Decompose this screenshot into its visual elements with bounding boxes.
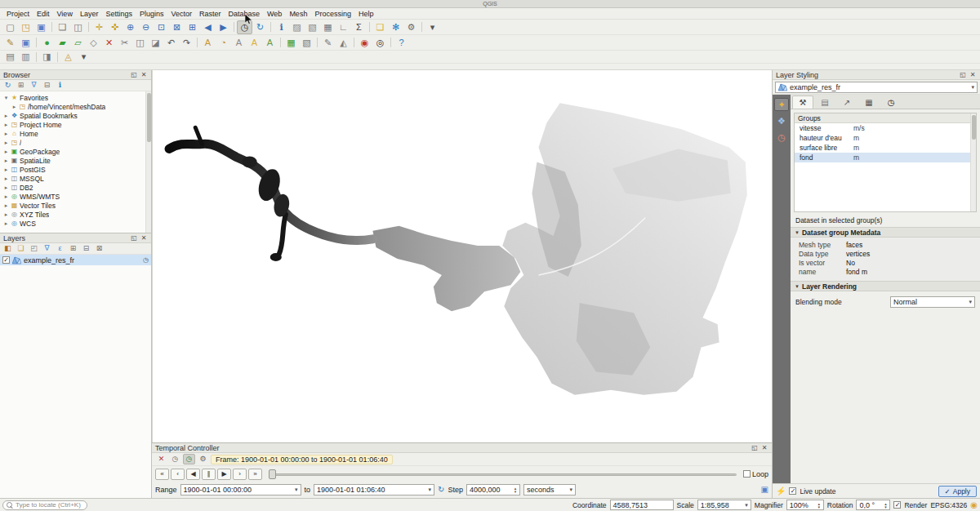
metadata-section-header[interactable]: ▼ Dataset group Metadata (791, 227, 980, 238)
browser-item-favorites[interactable]: ▾ ★ Favorites (0, 93, 151, 102)
temporal-layer-indicator-icon[interactable]: ◷ (143, 256, 149, 264)
move-label-icon[interactable]: A (262, 36, 278, 50)
pan-to-selection-icon[interactable]: ✜ (107, 20, 122, 34)
menu-item[interactable]: Processing (311, 9, 354, 19)
close-panel-icon[interactable]: ✕ (140, 234, 148, 242)
python-console-icon[interactable]: ⚙ (403, 20, 419, 34)
zoom-in-icon[interactable]: ⊕ (122, 20, 138, 34)
branch-expander-icon[interactable]: ▸ (3, 202, 9, 209)
save-project-icon[interactable]: ▣ (33, 20, 49, 34)
groups-scrollbar[interactable] (970, 113, 976, 211)
new-layout-icon[interactable]: ❏ (55, 20, 70, 34)
add-line-icon[interactable]: ▰ (55, 36, 70, 50)
georeferencer-icon[interactable]: ◨ (39, 50, 55, 64)
mesh-calculator-icon[interactable]: ▤ (2, 50, 18, 64)
identify-features-icon[interactable]: ℹ (274, 20, 289, 34)
redo-icon[interactable]: ↷ (179, 36, 194, 50)
fixed-range-icon[interactable]: ◷ (169, 454, 181, 464)
topology-checker-icon[interactable]: ◬ (60, 50, 76, 64)
select-features-icon[interactable]: ▨ (289, 20, 305, 34)
browser-item-spatial-bookmarks[interactable]: ▸ ❖ Spatial Bookmarks (0, 111, 151, 120)
close-panel-icon[interactable]: ✕ (140, 71, 148, 79)
filter-expression-icon[interactable]: ε (54, 243, 66, 254)
browser-item-mssql[interactable]: ▸ ◫ MSSQL (0, 174, 151, 183)
processing-toolbox-icon[interactable]: ✻ (388, 20, 403, 34)
undo-icon[interactable]: ↶ (163, 36, 179, 50)
osm-place-search-icon[interactable]: ◉ (357, 36, 372, 50)
menu-item[interactable]: Settings (102, 9, 136, 19)
data-source-manager-icon[interactable]: ◎ (372, 36, 388, 50)
map-canvas[interactable] (152, 70, 772, 442)
pause-button[interactable]: ∥ (202, 469, 216, 480)
range-start-input[interactable]: 1900-01-01 00:00:00 ▾ (180, 484, 301, 495)
branch-expander-icon[interactable]: ▸ (3, 167, 9, 173)
manage-map-themes-icon[interactable]: ◰ (28, 243, 40, 254)
help-icon[interactable]: ? (394, 36, 409, 50)
render-checkbox[interactable]: ✓ (893, 501, 901, 509)
branch-expander-icon[interactable]: ▸ (3, 131, 9, 137)
new-project-icon[interactable]: ▢ (2, 20, 18, 34)
mesh-digitizing-icon[interactable]: ▦ (283, 36, 299, 50)
step-spinbox[interactable]: 4000,000 ▴ ▾ (466, 484, 520, 495)
float-panel-icon[interactable]: ◱ (751, 444, 759, 452)
browser-item-project-home[interactable]: ▸ ◳ Project Home (0, 120, 151, 129)
zoom-to-layer-icon[interactable]: ⊞ (185, 20, 200, 34)
messages-icon[interactable]: ◉ (970, 501, 978, 509)
highlight-labels-icon[interactable]: A (247, 36, 262, 50)
apply-button[interactable]: ✓ Apply (938, 486, 977, 497)
zoom-full-icon[interactable]: ⊡ (154, 20, 169, 34)
next-frame-button[interactable]: › (233, 469, 247, 480)
browser-scrollbar[interactable] (145, 91, 151, 233)
layer-rendering-section-header[interactable]: ▼ Layer Rendering (791, 281, 980, 291)
browser-item-root[interactable]: ▸ ◳ / (0, 138, 151, 147)
dropdown-arrow-icon[interactable]: ▾ (76, 50, 91, 64)
branch-expander-icon[interactable]: ▸ (3, 122, 9, 128)
symbology-tab-icon[interactable]: ✦ (774, 98, 789, 111)
zoom-out-icon[interactable]: ⊖ (138, 20, 154, 34)
temporal-slider-handle[interactable] (269, 469, 276, 479)
properties-widget-icon[interactable]: ℹ (54, 80, 66, 91)
branch-expander-icon[interactable]: ▸ (3, 211, 9, 218)
refresh-range-icon[interactable]: ↻ (438, 486, 444, 494)
menu-item[interactable]: Web (264, 9, 285, 19)
browser-item-xyz-tiles[interactable]: ▸ ◎ XYZ Tiles (0, 210, 151, 219)
blending-mode-combo[interactable]: Normal ▾ (890, 296, 975, 308)
close-panel-icon[interactable]: ✕ (969, 71, 977, 79)
dataset-group-row[interactable]: hauteur d'eau m (795, 133, 976, 143)
measure-icon[interactable]: ∟ (336, 20, 351, 34)
transparency-tab-icon[interactable]: ❖ (774, 114, 789, 127)
browser-item-home[interactable]: ▸ ⌂ Home (0, 129, 151, 138)
menu-item[interactable]: Project (3, 9, 33, 19)
mesh-reindex-icon[interactable]: ▥ (18, 50, 33, 64)
magnifier-spinbox[interactable]: 100% ▴ ▾ (786, 500, 824, 510)
open-project-icon[interactable]: ◳ (18, 20, 33, 34)
refresh-map-icon[interactable]: ↻ (252, 20, 268, 34)
branch-expander-icon[interactable]: ▸ (11, 104, 17, 110)
menu-item[interactable]: Layer (77, 9, 102, 19)
menu-item[interactable]: Plugins (136, 9, 167, 19)
contours-tab[interactable]: ▤ (814, 96, 835, 109)
menu-item[interactable]: Mesh (286, 9, 310, 19)
layer-diagram-icon[interactable]: ◔ (216, 36, 231, 50)
collapse-all-icon[interactable]: ⊟ (80, 243, 92, 254)
text-annotation-icon[interactable]: ✎ (320, 36, 336, 50)
branch-expander-icon[interactable]: ▸ (3, 193, 9, 200)
temporal-settings-icon[interactable]: ⚙ (197, 454, 209, 464)
range-end-input[interactable]: 1900-01-01 01:06:40 ▾ (314, 484, 434, 495)
menu-item[interactable]: Raster (196, 9, 225, 19)
filter-legend-icon[interactable]: ∇ (41, 243, 53, 254)
previous-frame-button[interactable]: ‹ (171, 469, 185, 480)
averaging-tab[interactable]: ◷ (880, 96, 902, 109)
scale-combo[interactable]: 1:85,958 ▾ (697, 500, 751, 510)
zoom-to-selection-icon[interactable]: ⊠ (169, 20, 185, 34)
skip-to-start-button[interactable]: « (155, 469, 169, 480)
branch-expander-icon[interactable]: ▸ (3, 220, 9, 227)
float-panel-icon[interactable]: ◱ (130, 234, 138, 242)
browser-item-meshdata[interactable]: ▸ ◳ /home/Vincent/meshData (0, 102, 151, 111)
browser-item-spatialite[interactable]: ▸ ▣ SpatiaLite (0, 156, 151, 165)
vertex-tool-icon[interactable]: ◇ (86, 36, 101, 50)
loop-checkbox[interactable] (743, 470, 751, 478)
add-polygon-icon[interactable]: ▱ (70, 36, 86, 50)
paste-features-icon[interactable]: ◪ (148, 36, 163, 50)
browser-item-db2[interactable]: ▸ ◫ DB2 (0, 183, 151, 192)
